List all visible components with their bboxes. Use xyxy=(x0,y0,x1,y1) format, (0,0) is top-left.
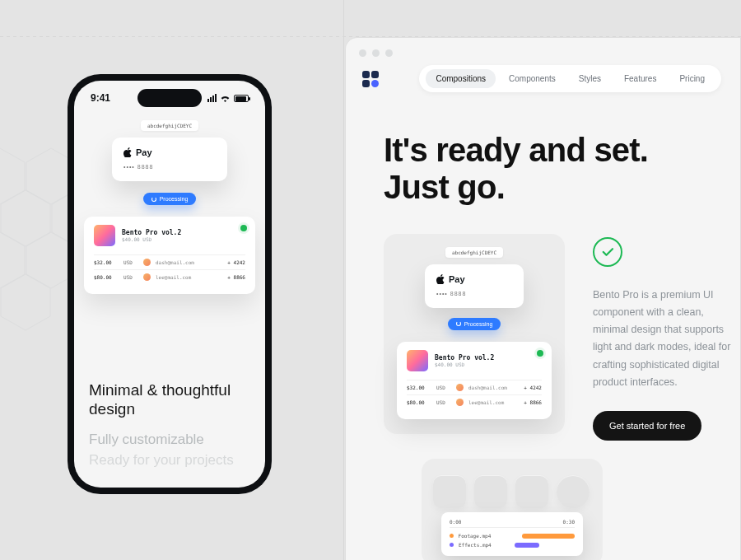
wifi-icon xyxy=(220,94,231,102)
hero-preview-card: abcdefghijCDEYC Pay •••• 8888 Processing xyxy=(384,234,565,434)
row-email: dash@mail.com xyxy=(468,385,519,390)
tile xyxy=(433,475,466,508)
table-row: $80.00USDlee@mail.com+ 8866 xyxy=(407,394,542,409)
processing-pill: Processing xyxy=(143,193,197,205)
timeline-row: Effects.mp4 xyxy=(450,540,575,549)
pay-masked: •••• 8888 xyxy=(124,164,216,170)
timeline-start: 0:00 xyxy=(450,519,461,525)
processing-label: Processing xyxy=(464,321,493,327)
pay-card: Pay •••• 8888 xyxy=(112,138,227,181)
timeline-card: 0:00 0:30 Footage.mp4Effects.mp4 xyxy=(441,512,583,556)
row-email: dash@mail.com xyxy=(156,259,222,265)
product-card: Bento Pro vol.2 $40.00 USD $32.00USDdash… xyxy=(84,217,255,294)
nav-item-components[interactable]: Components xyxy=(499,69,566,88)
row-currency: USD xyxy=(436,385,451,390)
timeline-bar xyxy=(522,534,575,539)
checkmark-icon xyxy=(593,237,622,267)
svg-marker-0 xyxy=(0,148,25,204)
timeline-bar xyxy=(515,543,539,548)
product-title: Bento Pro vol.2 xyxy=(435,354,494,362)
avatar-icon xyxy=(143,273,151,281)
pay-label: Pay xyxy=(449,274,465,284)
traffic-dot[interactable] xyxy=(359,49,366,57)
phone-headline: Minimal & thoughtful design xyxy=(89,380,250,420)
timeline-rows: Footage.mp4Effects.mp4 xyxy=(450,531,575,549)
status-dot xyxy=(240,225,247,231)
timeline-end: 0:30 xyxy=(563,519,575,525)
svg-marker-6 xyxy=(1,274,50,330)
phone-line-2: Fully customizable xyxy=(89,429,250,450)
row-price: $80.00 xyxy=(407,399,431,405)
dot-icon xyxy=(450,543,454,547)
timeline-name: Effects.mp4 xyxy=(459,542,498,548)
row-price: $32.00 xyxy=(94,259,119,265)
apple-icon xyxy=(436,274,445,284)
pay-label: Pay xyxy=(136,147,152,157)
avatar-icon xyxy=(456,399,464,406)
row-currency: USD xyxy=(124,274,138,280)
row-currency: USD xyxy=(436,399,451,405)
bg-grid-line xyxy=(0,36,741,37)
timeline-name: Footage.mp4 xyxy=(459,533,495,539)
processing-pill: Processing xyxy=(448,318,501,330)
navbar: CompositionsComponentsStylesFeaturesPric… xyxy=(346,57,741,92)
phone-mockup: 9:41 abcdefghijCDEYC Pay •••• 8888 xyxy=(68,74,272,494)
pay-masked: •••• 8888 xyxy=(436,291,512,296)
tile xyxy=(474,475,507,508)
code-chip: abcdefghijCDEYC xyxy=(445,247,503,258)
product-subtitle: $40.00 USD xyxy=(122,236,181,242)
table-row: $32.00USDdash@mail.com+ 4242 xyxy=(407,380,542,394)
product-thumb xyxy=(407,350,428,371)
avatar-icon xyxy=(143,259,151,266)
phone-line-3: Ready for your projects xyxy=(89,450,250,471)
product-card: Bento Pro vol.2 $40.00 USD $32.00USDdash… xyxy=(397,342,552,419)
tile xyxy=(515,475,548,508)
dot-icon xyxy=(450,534,454,538)
phone-screen: 9:41 abcdefghijCDEYC Pay •••• 8888 xyxy=(74,81,265,488)
bg-divider xyxy=(343,0,344,560)
traffic-dot[interactable] xyxy=(385,49,393,57)
row-email: lee@mail.com xyxy=(156,274,222,280)
status-time: 9:41 xyxy=(91,92,110,104)
product-rows: $32.00USDdash@mail.com+ 4242$80.00USDlee… xyxy=(407,380,542,409)
row-price: $80.00 xyxy=(94,274,119,280)
product-thumb xyxy=(94,225,115,246)
table-row: $32.00USDdash@mail.com+ 4242 xyxy=(94,254,245,269)
avatar-icon xyxy=(456,384,464,391)
row-price: $32.00 xyxy=(407,385,431,390)
hero-title: It's ready and set. Just go. xyxy=(384,132,741,206)
timeline-row: Footage.mp4 xyxy=(450,531,575,540)
status-dot xyxy=(537,350,543,357)
row-id: + 4242 xyxy=(524,385,542,390)
browser-window: CompositionsComponentsStylesFeaturesPric… xyxy=(346,38,741,560)
nav-item-pricing[interactable]: Pricing xyxy=(669,69,715,88)
tile xyxy=(557,475,590,508)
hero-preview-card-2: 0:00 0:30 Footage.mp4Effects.mp4 xyxy=(422,459,603,560)
row-id: + 4242 xyxy=(227,259,245,265)
nav-item-features[interactable]: Features xyxy=(614,69,666,88)
battery-icon xyxy=(234,95,249,102)
processing-label: Processing xyxy=(160,196,189,202)
code-chip: abcdefghijCDEYC xyxy=(141,120,198,131)
status-indicators xyxy=(207,94,249,102)
row-id: + 8866 xyxy=(227,274,245,280)
spinner-icon xyxy=(151,197,156,202)
row-currency: USD xyxy=(124,259,138,265)
nav-item-compositions[interactable]: Compositions xyxy=(426,69,496,88)
product-rows: $32.00USDdash@mail.com+ 4242$80.00USDlee… xyxy=(94,254,245,284)
logo-icon[interactable] xyxy=(362,70,380,88)
row-id: + 8866 xyxy=(524,399,542,405)
apple-icon xyxy=(124,147,132,157)
hero-description: Bento Pro is a premium UI component with… xyxy=(593,287,741,392)
nav-item-styles[interactable]: Styles xyxy=(569,69,611,88)
product-subtitle: $40.00 USD xyxy=(435,362,494,367)
spinner-icon xyxy=(456,321,461,326)
product-title: Bento Pro vol.2 xyxy=(122,229,181,236)
traffic-dot[interactable] xyxy=(372,49,380,57)
window-controls[interactable] xyxy=(346,38,741,57)
pay-card: Pay •••• 8888 xyxy=(425,264,524,308)
cta-button[interactable]: Get started for free xyxy=(593,411,701,441)
table-row: $80.00USDlee@mail.com+ 8866 xyxy=(94,269,245,284)
signal-icon xyxy=(207,94,217,102)
svg-marker-2 xyxy=(1,190,50,246)
